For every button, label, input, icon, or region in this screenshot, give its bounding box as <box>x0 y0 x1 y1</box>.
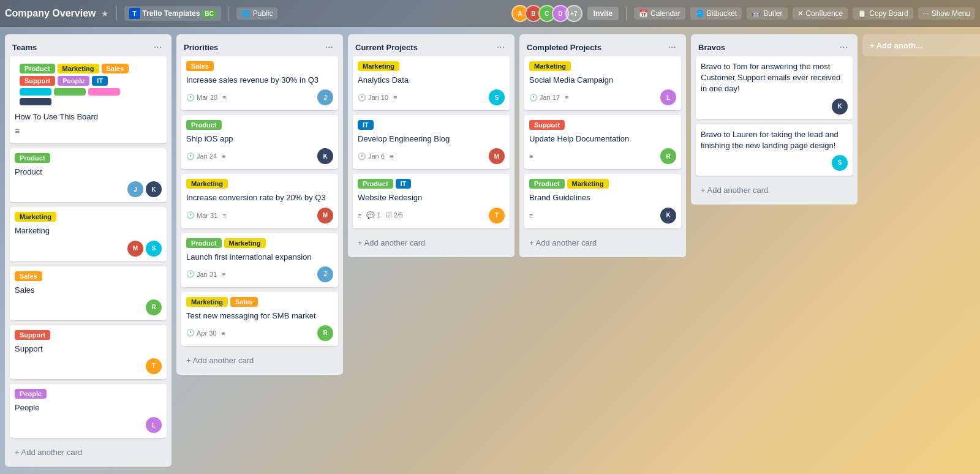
card-label: Product <box>358 179 393 189</box>
card[interactable]: MarketingSocial Media Campaign🕐 Jan 17≡L <box>524 56 681 110</box>
butler-tool[interactable]: 🤖 Butler <box>747 7 787 20</box>
invite-button[interactable]: Invite <box>587 7 619 20</box>
color-bar <box>20 98 51 105</box>
card[interactable]: SupportUpdate Help Documentation≡R <box>524 115 681 169</box>
card[interactable]: ProductShip iOS app🕐 Jan 24≡K <box>181 115 338 169</box>
clock-icon: 🕐 <box>186 94 195 102</box>
card[interactable]: MarketingSalesTest new messaging for SMB… <box>181 292 338 346</box>
label: Product <box>20 64 55 73</box>
card-avatar: L <box>660 89 676 105</box>
add-card-button[interactable]: + Add another card <box>522 233 684 252</box>
card-desc-icon: ≡ <box>529 152 533 160</box>
card-desc-icon: ≡ <box>565 94 568 101</box>
card[interactable]: SalesIncrease sales revenue by 30% in Q3… <box>181 56 338 110</box>
workspace-name: Trello Templates <box>143 9 200 18</box>
card-label: Sales <box>15 271 42 281</box>
card-labels: Marketing <box>358 61 505 71</box>
show-menu-button[interactable]: ··· Show Menu <box>918 7 975 20</box>
card-label: Product <box>529 179 565 189</box>
card-meta: 🕐 Mar 20≡ <box>186 94 227 102</box>
card-labels: Product <box>186 120 333 130</box>
card-labels: Marketing <box>186 179 333 189</box>
card-title: Increase conversion rate by 20% by Q3 <box>186 192 333 203</box>
add-card-button[interactable]: + Add another card <box>179 351 341 370</box>
card-avatar: M <box>127 241 143 257</box>
column-completed-projects: Completed Projects···MarketingSocial Med… <box>519 34 686 257</box>
column-header: Current Projects··· <box>348 34 514 56</box>
card-label: Marketing <box>186 179 228 189</box>
column-menu-button[interactable]: ··· <box>837 40 850 54</box>
card[interactable]: MarketingAnalytics Data🕐 Jan 10≡S <box>353 56 510 110</box>
visibility-button[interactable]: 🌐 Public <box>236 7 278 20</box>
add-card-button[interactable]: + Add another card <box>693 181 855 200</box>
card[interactable]: SupportSupportT <box>10 325 167 379</box>
column-title: Current Projects <box>355 43 418 52</box>
star-icon[interactable]: ★ <box>101 9 109 18</box>
card[interactable]: MarketingIncrease conversion rate by 20%… <box>181 174 338 228</box>
card-desc-icon: ≡ <box>529 212 533 219</box>
column-body: MarketingSocial Media Campaign🕐 Jan 17≡L… <box>519 56 686 233</box>
card[interactable]: ProductProductJK <box>10 148 167 202</box>
card-date: 🕐 Jan 24 <box>186 152 217 160</box>
workspace-badge[interactable]: T Trello Templates BC <box>124 6 221 21</box>
color-bar <box>88 88 120 96</box>
card-checklist: ☑ 2/5 <box>386 211 403 219</box>
card[interactable]: ProductMarketingBrand Guidelines≡K <box>524 174 681 228</box>
card-label: Product <box>15 153 50 163</box>
card-avatar-group: K <box>660 208 676 224</box>
column-title: Bravos <box>698 43 725 52</box>
card-meta: 🕐 Jan 10≡ <box>358 94 397 102</box>
card-title: Ship iOS app <box>186 134 333 145</box>
divider <box>116 6 117 21</box>
card[interactable]: ProductMarketingLaunch first internation… <box>181 233 338 287</box>
card-avatar: J <box>317 89 333 105</box>
confluence-tool[interactable]: ✕ Confluence <box>793 7 848 20</box>
card-footer: 🕐 Apr 30≡R <box>186 325 333 341</box>
card-footer: 🕐 Jan 24≡K <box>186 148 333 164</box>
clock-icon: 🕐 <box>358 94 366 102</box>
card-title: Social Media Campaign <box>529 75 676 86</box>
card-label: Support <box>529 120 565 130</box>
card-avatar-group: J <box>317 89 333 105</box>
card-desc-icon: ≡ <box>222 212 226 219</box>
card-footer: S <box>701 155 848 171</box>
card-title: Launch first international expansion <box>186 252 333 263</box>
avatar-count[interactable]: +7 <box>565 5 582 22</box>
card-title: People <box>15 402 162 413</box>
column-menu-button[interactable]: ··· <box>151 40 164 54</box>
card-title: Brand Guidelines <box>529 192 676 203</box>
column-menu-button[interactable]: ··· <box>323 40 336 54</box>
card-avatar: L <box>146 417 162 433</box>
add-another-list-button[interactable]: + Add anoth... <box>862 34 980 56</box>
column-menu-button[interactable]: ··· <box>494 40 507 54</box>
card-avatar-group: M <box>489 148 505 164</box>
card[interactable]: Bravo to Tom for answering the most Cust… <box>696 56 853 119</box>
card-labels: ProductIT <box>358 179 505 189</box>
card-labels: ProductMarketing <box>186 238 333 248</box>
card-footer: T <box>15 358 162 374</box>
divider3 <box>626 6 627 21</box>
board: Teams···ProductMarketingSalesSupportPeop… <box>0 27 980 474</box>
label: Sales <box>102 64 129 73</box>
add-card-button[interactable]: + Add another card <box>350 233 512 252</box>
card[interactable]: ProductITWebsite Redesign≡💬 1☑ 2/5T <box>353 174 510 228</box>
label: People <box>58 76 89 86</box>
column-header: Completed Projects··· <box>519 34 686 56</box>
card[interactable]: ProductMarketingSalesSupportPeopleITHow … <box>10 56 167 143</box>
card-meta: 🕐 Mar 31≡ <box>186 211 227 219</box>
column-menu-button[interactable]: ··· <box>666 40 679 54</box>
card[interactable]: SalesSalesR <box>10 266 167 320</box>
card[interactable]: ITDevelop Engineering Blog🕐 Jan 6≡M <box>353 115 510 169</box>
column-body: Bravo to Tom for answering the most Cust… <box>691 56 858 181</box>
calendar-tool[interactable]: 📅 Calendar <box>634 7 685 20</box>
card-meta: 🕐 Apr 30≡ <box>186 329 225 337</box>
card[interactable]: PeoplePeopleL <box>10 384 167 438</box>
bitbucket-tool[interactable]: 🪣 Bitbucket <box>690 7 742 20</box>
card[interactable]: MarketingMarketingMS <box>10 207 167 261</box>
card-label: Marketing <box>224 238 266 248</box>
card[interactable]: Bravo to Lauren for taking the lead and … <box>696 124 853 176</box>
card-desc-icon: ≡ <box>358 212 361 219</box>
copy-board-tool[interactable]: 📋 Copy Board <box>853 7 913 20</box>
add-card-button[interactable]: + Add another card <box>7 443 169 462</box>
card-avatar-group: S <box>832 155 848 171</box>
